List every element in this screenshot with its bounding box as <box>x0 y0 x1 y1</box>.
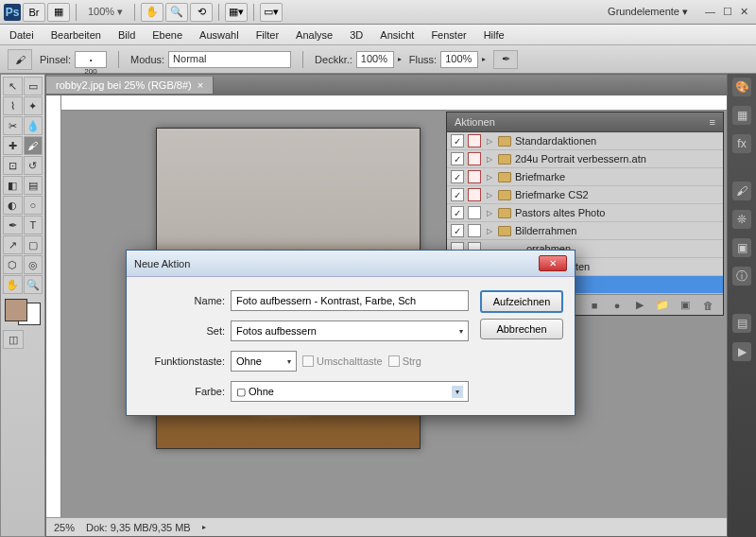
3d-tool[interactable]: ⬡ <box>3 255 23 274</box>
toggle-checkbox[interactable]: ✓ <box>451 188 464 201</box>
eyedropper-tool[interactable]: 💧 <box>24 116 43 135</box>
expand-icon[interactable]: ▷ <box>487 173 492 182</box>
dialog-toggle-icon[interactable] <box>468 188 481 201</box>
color-select[interactable]: ▢ Ohne▾ <box>231 381 469 402</box>
eraser-tool[interactable]: ◧ <box>3 176 23 195</box>
expand-icon[interactable]: ▷ <box>487 137 492 146</box>
dialog-toggle-icon[interactable] <box>468 152 481 165</box>
dialog-toggle-icon[interactable] <box>468 170 481 183</box>
move-tool[interactable]: ↖ <box>3 77 23 95</box>
action-row[interactable]: ✓▷Standardaktionen <box>447 132 723 150</box>
workspace-switcher[interactable]: Grundelemente ▾ <box>598 2 697 22</box>
trash-icon[interactable]: 🗑 <box>700 299 715 312</box>
play-icon[interactable]: ▶ <box>632 299 647 312</box>
blur-tool[interactable]: ◐ <box>3 196 23 215</box>
dodge-tool[interactable]: ○ <box>24 196 43 215</box>
bridge-icon[interactable]: Br <box>23 3 45 22</box>
menu-3d[interactable]: 3D <box>350 29 363 41</box>
new-action-icon[interactable]: ▣ <box>678 299 693 312</box>
actions-panel-icon[interactable]: ▶ <box>732 342 751 361</box>
zoom-level[interactable]: 100% ▾ <box>88 6 123 18</box>
menu-hilfe[interactable]: Hilfe <box>484 29 505 41</box>
opacity-flyout-icon[interactable]: ▸ <box>398 55 402 63</box>
panel-menu-icon[interactable]: ≡ <box>710 116 715 128</box>
shape-tool[interactable]: ▢ <box>24 235 43 254</box>
quickmask-tool[interactable]: ◫ <box>3 330 24 349</box>
menu-ansicht[interactable]: Ansicht <box>380 29 414 41</box>
toggle-checkbox[interactable]: ✓ <box>451 170 464 183</box>
menu-datei[interactable]: Datei <box>9 29 34 41</box>
action-row[interactable]: ✓▷Briefmarke CS2 <box>447 186 723 204</box>
dialog-toggle-icon[interactable] <box>468 206 481 219</box>
document-tab[interactable]: robby2.jpg bei 25% (RGB/8#)× <box>46 77 214 94</box>
cancel-button[interactable]: Abbrechen <box>480 319 563 339</box>
dialog-toggle-icon[interactable] <box>468 134 481 147</box>
layers-panel-icon[interactable]: ❊ <box>732 210 751 229</box>
type-tool[interactable]: T <box>24 216 43 234</box>
hand-tool-icon[interactable]: ✋ <box>141 3 163 22</box>
action-row[interactable]: ✓▷Pastors altes Photo <box>447 204 723 222</box>
screen-mode-icon[interactable]: ▭▾ <box>260 3 283 22</box>
hand-tool[interactable]: ✋ <box>3 275 23 294</box>
camera-tool[interactable]: ◎ <box>24 255 43 274</box>
zoom-tool[interactable]: 🔍 <box>24 275 43 294</box>
marquee-tool[interactable]: ▭ <box>24 77 43 95</box>
color-swatches[interactable] <box>5 299 41 325</box>
expand-icon[interactable]: ▷ <box>487 227 492 235</box>
zoom-tool-icon[interactable]: 🔍 <box>165 3 188 22</box>
info-panel-icon[interactable]: ⓘ <box>732 267 751 286</box>
fkey-select[interactable]: Ohne▾ <box>231 351 297 372</box>
menu-fenster[interactable]: Fenster <box>431 29 466 41</box>
current-tool-icon[interactable]: 🖌 <box>8 49 32 70</box>
menu-analyse[interactable]: Analyse <box>296 29 333 41</box>
menu-bearbeiten[interactable]: Bearbeiten <box>51 29 101 41</box>
dialog-toggle-icon[interactable] <box>468 224 481 237</box>
toggle-checkbox[interactable]: ✓ <box>451 134 464 147</box>
restore-icon[interactable]: ☐ <box>723 6 732 18</box>
lasso-tool[interactable]: ⌇ <box>3 96 23 115</box>
blend-mode-select[interactable]: Normal <box>168 51 291 68</box>
expand-icon[interactable]: ▷ <box>487 155 492 164</box>
gradient-tool[interactable]: ▤ <box>24 176 43 195</box>
doc-status[interactable]: Dok: 9,35 MB/9,35 MB <box>86 522 191 533</box>
zoom-readout[interactable]: 25% <box>54 522 75 533</box>
brushes-panel-icon[interactable]: 🖌 <box>732 182 751 200</box>
brush-tool[interactable]: 🖌 <box>24 136 43 155</box>
status-flyout-icon[interactable]: ▸ <box>202 523 206 531</box>
record-button[interactable]: Aufzeichnen <box>480 290 563 313</box>
toggle-checkbox[interactable]: ✓ <box>451 224 464 237</box>
history-brush-tool[interactable]: ↺ <box>24 156 43 175</box>
action-row[interactable]: ✓▷2d4u Portrait verbessern.atn <box>447 150 723 168</box>
minimize-icon[interactable]: — <box>705 6 715 18</box>
close-icon[interactable]: ✕ <box>740 6 748 18</box>
styles-panel-icon[interactable]: fx <box>732 134 751 153</box>
expand-icon[interactable]: ▷ <box>487 209 492 217</box>
rotate-view-icon[interactable]: ⟲ <box>190 3 213 22</box>
menu-ebene[interactable]: Ebene <box>152 29 182 41</box>
expand-icon[interactable]: ▷ <box>487 191 492 199</box>
swatches-panel-icon[interactable]: ▦ <box>732 106 751 125</box>
opacity-input[interactable]: 100% <box>356 51 394 68</box>
stamp-tool[interactable]: ⊡ <box>3 156 23 175</box>
set-select[interactable]: Fotos aufbessern▾ <box>231 320 469 341</box>
dialog-close-button[interactable]: ✕ <box>539 255 567 271</box>
arrange-docs-icon[interactable]: ▦▾ <box>225 3 248 22</box>
new-set-icon[interactable]: 📁 <box>655 299 670 312</box>
tab-close-icon[interactable]: × <box>198 79 203 91</box>
toggle-checkbox[interactable]: ✓ <box>451 152 464 165</box>
menu-bild[interactable]: Bild <box>118 29 135 41</box>
color-panel-icon[interactable]: 🎨 <box>732 78 751 96</box>
action-name-input[interactable] <box>231 290 469 311</box>
flow-flyout-icon[interactable]: ▸ <box>482 55 486 63</box>
menu-filter[interactable]: Filter <box>256 29 279 41</box>
pen-tool[interactable]: ✒ <box>3 216 23 234</box>
action-row[interactable]: ✓▷Briefmarke <box>447 168 723 186</box>
stop-icon[interactable]: ■ <box>587 299 602 312</box>
crop-tool[interactable]: ✂ <box>3 116 23 135</box>
flow-input[interactable]: 100% <box>440 51 478 68</box>
toggle-checkbox[interactable]: ✓ <box>451 206 464 219</box>
wand-tool[interactable]: ✦ <box>24 96 43 115</box>
brush-preset[interactable]: •200 <box>75 51 107 68</box>
path-tool[interactable]: ↗ <box>3 235 23 254</box>
heal-tool[interactable]: ✚ <box>3 136 23 155</box>
